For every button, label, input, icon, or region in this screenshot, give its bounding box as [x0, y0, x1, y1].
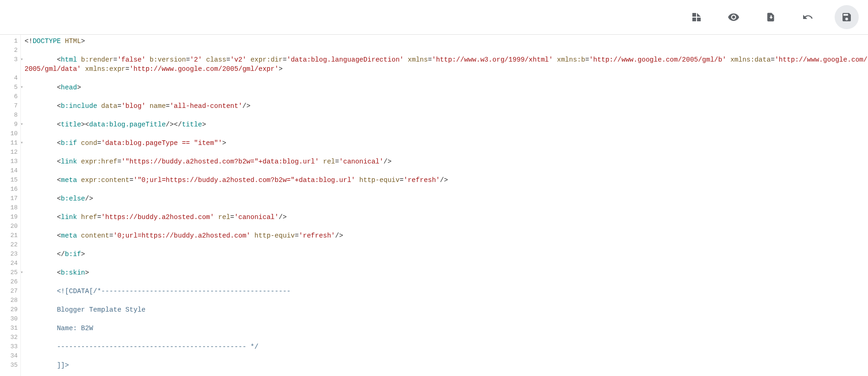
line-number: 5 — [0, 83, 18, 92]
line-number: 17 — [0, 194, 18, 203]
line-number: 25 — [0, 268, 18, 277]
code-line[interactable] — [25, 296, 868, 305]
code-line[interactable] — [25, 74, 868, 83]
code-line[interactable]: <![CDATA[/*-----------------------------… — [25, 287, 868, 296]
line-number: 28 — [0, 296, 18, 305]
line-number: 21 — [0, 231, 18, 240]
code-line[interactable] — [25, 92, 868, 101]
toolbar — [0, 0, 868, 35]
code-line[interactable]: ]]> — [25, 361, 868, 370]
dashboard-icon[interactable] — [686, 7, 707, 27]
code-line[interactable]: <!DOCTYPE HTML> — [25, 37, 868, 46]
line-number: 13 — [0, 157, 18, 166]
code-line[interactable] — [25, 46, 868, 55]
code-line[interactable]: Name: B2W — [25, 324, 868, 333]
line-number: 11 — [0, 138, 18, 148]
line-number: 12 — [0, 148, 18, 157]
code-line[interactable]: </b:if> — [25, 250, 868, 259]
line-number: 29 — [0, 305, 18, 314]
code-line[interactable]: <html b:render='false' b:version='2' cla… — [25, 55, 868, 74]
code-line[interactable]: <b:include data='blog' name='all-head-co… — [25, 101, 868, 111]
code-line[interactable]: <b:skin> — [25, 268, 868, 277]
code-line[interactable] — [25, 259, 868, 268]
line-number: 4 — [0, 74, 18, 83]
line-number: 10 — [0, 129, 18, 138]
line-number: 23 — [0, 250, 18, 259]
code-line[interactable] — [25, 203, 868, 213]
code-line[interactable]: <b:if cond='data:blog.pageType == "item"… — [25, 138, 868, 148]
code-line[interactable] — [25, 240, 868, 250]
preview-icon[interactable] — [723, 7, 744, 27]
code-line[interactable] — [25, 129, 868, 138]
code-line[interactable]: <meta expr:content='"0;url=https://buddy… — [25, 175, 868, 185]
code-editor[interactable]: 1234567891011121314151617181920212223242… — [0, 35, 868, 376]
line-number: 20 — [0, 222, 18, 231]
line-number: 3 — [0, 55, 18, 74]
code-line[interactable] — [25, 148, 868, 157]
code-line[interactable]: Blogger Template Style — [25, 305, 868, 314]
code-line[interactable] — [25, 111, 868, 120]
line-number: 22 — [0, 240, 18, 250]
line-number: 35 — [0, 361, 18, 370]
line-number: 16 — [0, 185, 18, 194]
code-line[interactable]: <b:else/> — [25, 194, 868, 203]
line-number: 14 — [0, 166, 18, 175]
line-number: 30 — [0, 314, 18, 324]
code-line[interactable] — [25, 333, 868, 342]
line-number: 15 — [0, 175, 18, 185]
code-line[interactable]: <meta content='0;url=https://buddy.a2hos… — [25, 231, 868, 240]
line-number: 19 — [0, 213, 18, 222]
line-number: 32 — [0, 333, 18, 342]
code-line[interactable]: <head> — [25, 83, 868, 92]
code-area[interactable]: <!DOCTYPE HTML> <html b:render='false' b… — [21, 35, 868, 376]
line-number: 31 — [0, 324, 18, 333]
code-line[interactable]: <title><data:blog.pageTitle/></title> — [25, 120, 868, 129]
line-number: 33 — [0, 342, 18, 351]
line-number: 18 — [0, 203, 18, 213]
code-line[interactable]: ----------------------------------------… — [25, 342, 868, 351]
code-line[interactable] — [25, 222, 868, 231]
undo-icon[interactable] — [798, 7, 818, 27]
restore-icon[interactable] — [760, 7, 781, 27]
code-line[interactable] — [25, 351, 868, 361]
line-number: 7 — [0, 101, 18, 111]
line-number: 9 — [0, 120, 18, 129]
code-line[interactable] — [25, 314, 868, 324]
line-number: 1 — [0, 37, 18, 46]
line-number: 26 — [0, 277, 18, 287]
line-number-gutter: 1234567891011121314151617181920212223242… — [0, 35, 21, 376]
line-number: 24 — [0, 259, 18, 268]
code-line[interactable]: <link href='https://buddy.a2hosted.com' … — [25, 213, 868, 222]
line-number: 34 — [0, 351, 18, 361]
line-number: 2 — [0, 46, 18, 55]
code-line[interactable] — [25, 277, 868, 287]
line-number: 8 — [0, 111, 18, 120]
save-button[interactable] — [835, 5, 859, 29]
line-number: 6 — [0, 92, 18, 101]
line-number: 27 — [0, 287, 18, 296]
code-line[interactable] — [25, 185, 868, 194]
code-line[interactable]: <link expr:href='"https://buddy.a2hosted… — [25, 157, 868, 166]
code-line[interactable] — [25, 166, 868, 175]
